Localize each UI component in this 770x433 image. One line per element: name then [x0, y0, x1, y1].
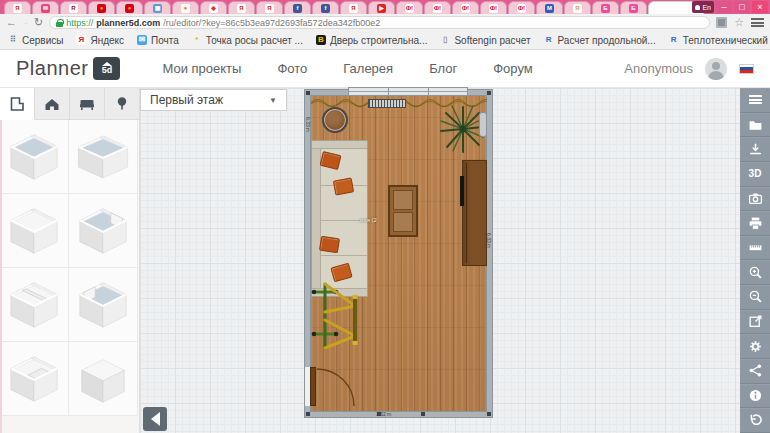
wall-node[interactable]: [487, 412, 491, 416]
nav-item[interactable]: Мои проекты: [162, 61, 241, 76]
window-3[interactable]: [428, 87, 468, 96]
info-button[interactable]: [740, 384, 770, 409]
avatar[interactable]: [705, 58, 727, 80]
wall-node[interactable]: [487, 91, 491, 95]
tab-room-shapes[interactable]: [0, 88, 35, 120]
browser-tab[interactable]: Я: [564, 1, 591, 14]
nav-item[interactable]: Форум: [493, 61, 533, 76]
browser-tab[interactable]: Б: [620, 1, 647, 14]
browser-tab[interactable]: Ф!: [424, 1, 451, 14]
browser-tab[interactable]: Я: [256, 1, 283, 14]
browser-tab[interactable]: M: [536, 1, 563, 14]
planner5d-logo[interactable]: Planner 5d: [16, 57, 120, 80]
browser-tab[interactable]: Ф!: [480, 1, 507, 14]
bookmark-item[interactable]: * Точка росы расчет ...: [192, 35, 303, 46]
tv-stand[interactable]: [462, 160, 487, 266]
vase[interactable]: [479, 112, 487, 137]
projects-button[interactable]: [740, 113, 770, 138]
back-button[interactable]: ←: [6, 17, 17, 28]
fullscreen-button[interactable]: [740, 310, 770, 335]
round-side-table[interactable]: [322, 107, 348, 133]
bookmark-star-icon[interactable]: ☆: [734, 17, 744, 28]
floorplan[interactable]: ная (2: [305, 90, 492, 417]
browser-tab[interactable]: f: [284, 1, 311, 14]
view-3d-button[interactable]: 3D: [740, 162, 770, 187]
browser-tab[interactable]: Ф!: [508, 1, 535, 14]
browser-tab[interactable]: ▦: [144, 1, 171, 14]
browser-tab[interactable]: f: [312, 1, 339, 14]
wall-node[interactable]: [306, 412, 310, 416]
tab-construction[interactable]: [35, 88, 70, 120]
bookmark-item[interactable]: R Расчет продольной...: [544, 35, 656, 46]
maximize-button[interactable]: □: [734, 1, 750, 13]
bookmark-item[interactable]: B Дверь строительна...: [316, 35, 428, 46]
bookmark-item[interactable]: ▯ Softengin расчет: [440, 35, 530, 46]
browser-tab[interactable]: ▶: [368, 1, 395, 14]
nav-item[interactable]: Фото: [277, 61, 307, 76]
browser-tab[interactable]: Я: [340, 1, 367, 14]
tv[interactable]: [460, 176, 464, 206]
share-button[interactable]: [740, 359, 770, 384]
room-template-cube[interactable]: [69, 342, 138, 416]
username[interactable]: Anonymous: [624, 61, 693, 76]
tab-interior[interactable]: [70, 88, 105, 120]
download-button[interactable]: [740, 137, 770, 162]
zoom-in-button[interactable]: [740, 260, 770, 285]
wall-node[interactable]: [421, 412, 425, 416]
measure-button[interactable]: [740, 236, 770, 261]
bookmark-item[interactable]: ⠿ Сервисы: [8, 35, 63, 46]
settings-button[interactable]: [740, 334, 770, 359]
tab-garden[interactable]: [105, 88, 140, 120]
minimize-button[interactable]: –: [716, 1, 732, 13]
undo-button[interactable]: [740, 408, 770, 433]
radiator[interactable]: [368, 99, 406, 108]
room-template-rectangle[interactable]: [69, 120, 138, 194]
floor-selector[interactable]: Первый этаж ▼: [140, 89, 287, 111]
browser-menu-icon[interactable]: [751, 18, 764, 27]
browser-tab[interactable]: Б: [592, 1, 619, 14]
room-template-l-shape[interactable]: [69, 194, 138, 268]
wall-node[interactable]: [377, 412, 381, 416]
collapse-panel-button[interactable]: [143, 407, 167, 431]
coffee-table[interactable]: [388, 185, 418, 237]
browser-tab[interactable]: ●: [88, 1, 115, 14]
extension-icon[interactable]: [716, 17, 727, 28]
wall-node[interactable]: [306, 91, 310, 95]
url-input[interactable]: https://planner5d.com/ru/editor/?key=86c…: [49, 16, 710, 29]
close-button[interactable]: ×: [752, 1, 768, 13]
browser-tab[interactable]: Я: [4, 1, 31, 14]
bookmark-item[interactable]: R Теплотехнический ...: [669, 35, 770, 46]
browser-tab[interactable]: ◆: [200, 1, 227, 14]
room-template-l-shape-3[interactable]: [0, 342, 69, 416]
bookmark-item[interactable]: ✉ Почта: [137, 35, 179, 46]
language-badge[interactable]: En: [692, 1, 714, 13]
browser-tab[interactable]: Ф!: [452, 1, 479, 14]
window-1[interactable]: [348, 87, 389, 96]
pillow-1[interactable]: [319, 151, 341, 170]
ssl-lock-icon[interactable]: [56, 19, 63, 27]
room-template-divided[interactable]: [0, 268, 69, 342]
nav-item[interactable]: Галерея: [343, 61, 393, 76]
browser-tab[interactable]: ●: [172, 1, 199, 14]
room-template-l-shape-2[interactable]: [69, 268, 138, 342]
russian-flag-icon[interactable]: [739, 64, 754, 74]
zoom-out-button[interactable]: [740, 285, 770, 310]
room-template-long[interactable]: [0, 194, 69, 268]
reload-button[interactable]: ↻: [34, 17, 43, 28]
pillow-3[interactable]: [319, 236, 340, 254]
browser-tab[interactable]: ✉: [32, 1, 59, 14]
snapshot-button[interactable]: [740, 187, 770, 212]
print-button[interactable]: [740, 211, 770, 236]
pillow-2[interactable]: [333, 177, 354, 195]
nav-item[interactable]: Блог: [429, 61, 457, 76]
browser-tab[interactable]: ●: [116, 1, 143, 14]
menu-button[interactable]: [740, 88, 770, 113]
exercise-machine[interactable]: [311, 278, 361, 362]
room-template-square[interactable]: [0, 120, 69, 194]
forward-button[interactable]: →: [23, 17, 28, 28]
room-walls[interactable]: ная (2: [305, 90, 492, 417]
floorplan-canvas[interactable]: ная (2: [140, 88, 740, 433]
window-2[interactable]: [388, 87, 429, 96]
browser-tab[interactable]: Ф!: [396, 1, 423, 14]
browser-tab[interactable]: R: [60, 1, 87, 14]
